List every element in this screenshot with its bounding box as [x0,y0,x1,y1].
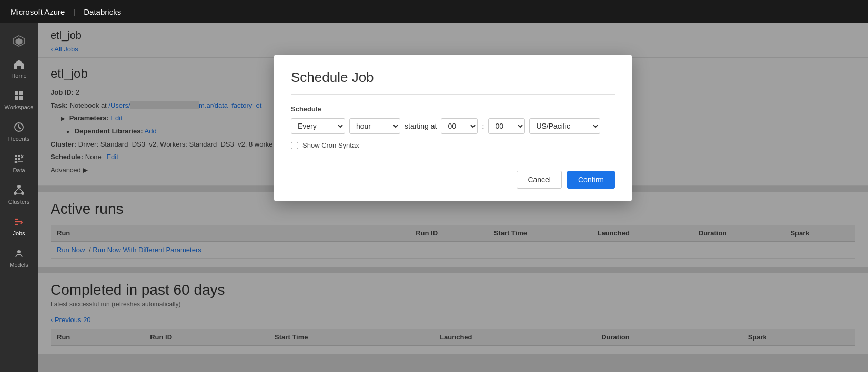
schedule-job-modal: Schedule Job Schedule Every Minute Hour … [274,55,632,201]
databricks-logo-icon [13,35,25,47]
topbar-brand: Microsoft Azure | Databricks [11,7,121,16]
unit-select[interactable]: hour minute day [349,118,400,134]
svg-rect-2 [15,91,18,95]
brand-azure: Microsoft Azure [11,7,65,16]
confirm-button[interactable]: Confirm [567,171,615,189]
sidebar-item-recents-label: Recents [8,136,29,142]
sidebar-item-home-label: Home [11,73,26,79]
svg-rect-4 [15,96,18,100]
timezone-select[interactable]: US/Pacific US/Eastern US/Central US/Moun… [529,118,600,134]
topbar-divider: | [73,7,75,16]
sidebar-item-clusters-label: Clusters [8,199,29,205]
clusters-icon [13,184,25,197]
sidebar-item-models-label: Models [9,262,28,268]
hour-select[interactable]: 00 01 02 [441,118,478,134]
modal-footer: Cancel Confirm [291,162,615,189]
svg-rect-5 [19,96,23,100]
sidebar-item-data[interactable]: Data [0,146,38,178]
time-separator: : [482,122,484,130]
workspace-icon [13,89,25,102]
modal-overlay: Schedule Job Schedule Every Minute Hour … [38,23,868,372]
models-icon [13,247,25,260]
sidebar-item-clusters[interactable]: Clusters [0,178,38,209]
sidebar-item-recents[interactable]: Recents [0,115,38,146]
data-icon [13,152,25,165]
brand-databricks: Databricks [84,7,121,16]
svg-line-19 [15,188,19,192]
sidebar-item-workspace-label: Workspace [5,104,34,110]
cron-row: Show Cron Syntax [291,141,615,149]
sidebar-logo[interactable] [0,28,38,51]
svg-rect-10 [18,158,20,160]
svg-marker-1 [16,38,23,45]
topbar: Microsoft Azure | Databricks [0,0,868,23]
show-cron-checkbox[interactable] [291,142,298,149]
svg-point-25 [17,250,21,253]
sidebar-item-jobs[interactable]: Jobs [0,209,38,241]
sidebar-item-home[interactable]: Home [0,51,38,83]
sidebar-item-models[interactable]: Models [0,241,38,272]
svg-rect-3 [19,91,23,95]
svg-rect-9 [15,158,17,160]
schedule-label: Schedule [291,105,615,113]
sidebar-item-jobs-label: Jobs [13,230,25,236]
cancel-button[interactable]: Cancel [517,171,562,189]
recents-icon [13,121,25,133]
sidebar-item-workspace[interactable]: Workspace [0,83,38,115]
sidebar: Home Workspace Recents [0,23,38,372]
svg-rect-7 [15,155,17,157]
home-icon [13,58,25,70]
sidebar-item-data-label: Data [13,167,25,173]
svg-rect-8 [18,155,20,157]
jobs-icon [13,215,25,228]
minute-select[interactable]: 00 05 10 [488,118,525,134]
every-select[interactable]: Every Minute Hour Day Week Custom [291,118,345,134]
svg-line-20 [19,188,23,192]
svg-point-16 [17,185,21,188]
show-cron-label[interactable]: Show Cron Syntax [302,141,359,149]
main-layout: Home Workspace Recents [0,23,868,372]
starting-at-label: starting at [405,122,437,130]
modal-title: Schedule Job [291,69,615,95]
schedule-controls-row: Every Minute Hour Day Week Custom hour m… [291,118,615,134]
content-area: etl_job ‹ All Jobs etl_job Job ID: 2 Tas… [38,23,868,372]
